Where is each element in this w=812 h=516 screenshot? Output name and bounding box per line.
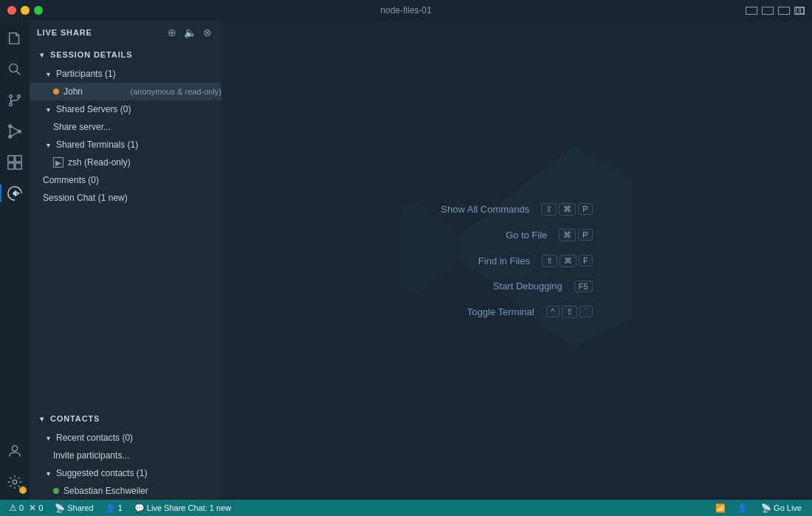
svg-point-16 <box>13 480 17 484</box>
status-person-icon[interactable]: 👤 <box>734 500 751 516</box>
activity-bar: 1 <box>0 21 30 500</box>
command-label-4: Toggle Terminal <box>467 306 534 317</box>
svg-rect-10 <box>8 156 14 162</box>
status-wifi-icon[interactable]: 📶 <box>712 500 729 516</box>
activity-icon-extensions[interactable] <box>0 148 30 177</box>
contact-sebastian-name: Sebastian Eschweiler <box>63 486 221 496</box>
activity-icon-search[interactable] <box>0 55 30 84</box>
recent-contacts-chevron: ▾ <box>43 433 53 443</box>
activity-icon-settings[interactable]: 1 <box>0 467 30 497</box>
participants-label: Participants (1) <box>56 69 221 79</box>
contact-sebastian-item[interactable]: Sebastian Eschweiler <box>30 482 221 500</box>
activity-bar-bottom: 1 <box>0 436 30 500</box>
session-header-label: SESSION DETAILS <box>50 50 132 59</box>
kbd-shift-4: ⇧ <box>562 306 577 318</box>
command-keys-0: ⇧ ⌘ P <box>541 203 592 216</box>
svg-point-15 <box>12 446 17 451</box>
participants-icon: 👤 <box>106 503 116 513</box>
shared-terminals-item[interactable]: ▾ Shared Terminals (1) <box>30 136 221 154</box>
user-john-note: (anonymous & read-only) <box>128 87 221 96</box>
command-label-2: Find in Files <box>478 255 530 266</box>
participants-item[interactable]: ▾ Participants (1) <box>30 65 221 83</box>
window-title: node-files-01 <box>380 5 431 16</box>
error-count: 0 <box>38 503 43 512</box>
svg-rect-13 <box>16 163 21 169</box>
session-header[interactable]: ▾ SESSION DETAILS <box>30 44 221 65</box>
share-server-text: Share server... <box>53 122 221 132</box>
editor-area: Show All Commands ⇧ ⌘ P Go to File ⌘ P F… <box>221 21 812 500</box>
suggested-contacts-item[interactable]: ▾ Suggested contacts (1) <box>30 464 221 482</box>
liveshare-chat-label: Live Share Chat: 1 new <box>147 503 231 512</box>
activity-icon-source-control[interactable] <box>0 86 30 115</box>
window-controls <box>746 7 805 15</box>
terminal-zsh-item[interactable]: ▶ zsh (Read-only) <box>30 154 221 171</box>
shared-label: Shared <box>67 503 93 512</box>
warning-count: 0 <box>19 503 24 512</box>
panel-icon-close[interactable]: ⊗ <box>201 26 214 39</box>
activity-icon-debug[interactable] <box>0 117 30 146</box>
welcome-commands: Show All Commands ⇧ ⌘ P Go to File ⌘ P F… <box>441 203 592 318</box>
panel-icon-refresh[interactable]: ⊕ <box>165 26 179 39</box>
svg-point-3 <box>10 103 13 106</box>
session-chevron: ▾ <box>37 49 47 60</box>
svg-point-0 <box>10 64 18 72</box>
activity-icon-account[interactable] <box>0 436 30 466</box>
chat-icon: 💬 <box>134 503 145 513</box>
terminal-zsh-label: zsh (Read-only) <box>68 157 221 168</box>
command-keys-1: ⌘ P <box>559 229 592 241</box>
activity-icon-files[interactable] <box>0 24 30 53</box>
go-live-icon: 📡 <box>761 503 771 513</box>
session-chat-item[interactable]: Session Chat (1 new) <box>30 189 221 207</box>
shared-servers-label: Shared Servers (0) <box>56 104 221 114</box>
layout-icon-4 <box>794 7 805 15</box>
user-dot <box>53 89 59 94</box>
panel-title-icons: ⊕ 🔈 ⊗ <box>165 26 214 39</box>
svg-point-4 <box>18 95 21 98</box>
kbd-cmd-1: ⌘ <box>559 229 576 241</box>
minimize-button[interactable] <box>21 6 30 15</box>
svg-rect-12 <box>8 163 14 169</box>
status-right: 📶 👤 📡 Go Live <box>712 500 806 516</box>
status-warning[interactable]: ⚠ 0 ✕ 0 <box>6 500 46 516</box>
invite-participants-item[interactable]: Invite participants... <box>30 447 221 464</box>
maximize-button[interactable] <box>34 6 43 15</box>
contacts-chevron: ▾ <box>37 413 47 424</box>
status-participants[interactable]: 👤 1 <box>103 500 125 516</box>
svg-point-14 <box>13 192 16 195</box>
sidebar: LIVE SHARE ⊕ 🔈 ⊗ ▾ SESSION DETAILS ▾ Par… <box>30 21 221 500</box>
recent-contacts-item[interactable]: ▾ Recent contacts (0) <box>30 429 221 447</box>
shared-terminals-chevron: ▾ <box>43 140 53 150</box>
close-button[interactable] <box>7 6 16 15</box>
suggested-contacts-label: Suggested contacts (1) <box>56 468 221 478</box>
command-keys-4: ^ ⇧ ` <box>546 306 593 318</box>
shared-servers-item[interactable]: ▾ Shared Servers (0) <box>30 100 221 118</box>
svg-point-2 <box>10 95 13 98</box>
shared-servers-chevron: ▾ <box>43 104 53 114</box>
go-live-button[interactable]: 📡 Go Live <box>757 500 806 516</box>
command-row-1: Go to File ⌘ P <box>441 229 592 241</box>
command-row-0: Show All Commands ⇧ ⌘ P <box>441 203 592 216</box>
kbd-ctrl-4: ^ <box>546 306 560 317</box>
kbd-shift-0: ⇧ <box>541 203 557 216</box>
command-keys-2: ⇧ ⌘ F <box>542 255 593 267</box>
layout-icon-2 <box>762 7 774 15</box>
comments-item[interactable]: Comments (0) <box>30 171 221 189</box>
go-live-label: Go Live <box>774 503 802 512</box>
panel-title-text: LIVE SHARE <box>37 28 92 37</box>
svg-line-1 <box>16 71 20 75</box>
traffic-lights <box>7 6 43 15</box>
terminal-icon: ▶ <box>53 157 63 168</box>
command-label-3: Start Debugging <box>493 281 562 292</box>
kbd-p-1: P <box>578 229 592 241</box>
panel-title: LIVE SHARE ⊕ 🔈 ⊗ <box>30 21 221 44</box>
contacts-section: ▾ CONTACTS ▾ Recent contacts (0) Invite … <box>30 408 221 500</box>
share-server-action[interactable]: Share server... <box>30 118 221 136</box>
user-john-item[interactable]: John (anonymous & read-only) ✕ <box>30 83 221 100</box>
activity-icon-liveshare[interactable] <box>0 179 30 208</box>
command-label-0: Show All Commands <box>441 204 529 215</box>
comments-label: Comments (0) <box>43 175 221 185</box>
contacts-header[interactable]: ▾ CONTACTS <box>30 408 221 429</box>
panel-icon-audio[interactable]: 🔈 <box>183 26 196 39</box>
status-liveshare-chat[interactable]: 💬 Live Share Chat: 1 new <box>131 500 234 516</box>
status-shared[interactable]: 📡 Shared <box>52 500 96 516</box>
